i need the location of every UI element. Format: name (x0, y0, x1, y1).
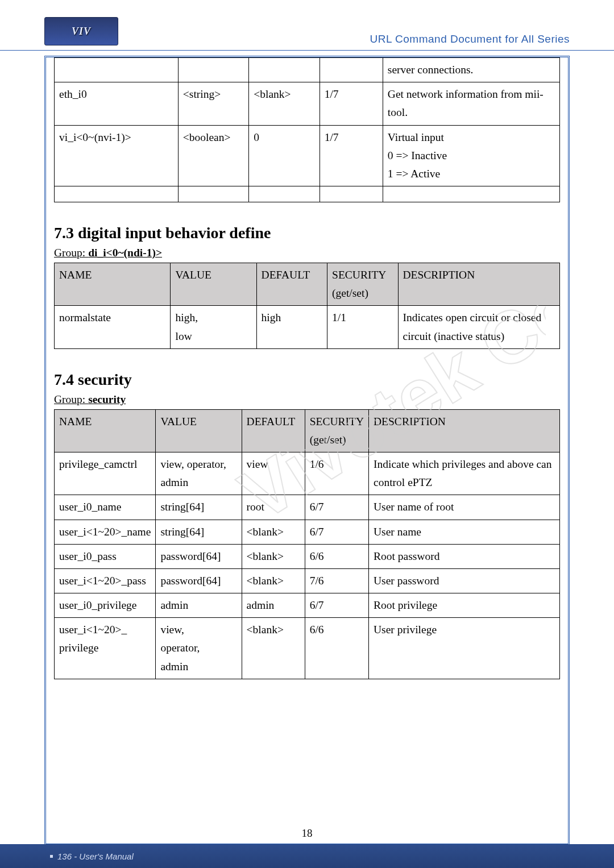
table-row: privilege_camctrlview, operator,adminvie… (55, 452, 560, 495)
table-row: user_i0_passpassword[64]<blank>6/6Root p… (55, 544, 560, 568)
table-row: user_i<1~20>_privilegeview,operator,admi… (55, 618, 560, 679)
table-row: user_i0_privilegeadminadmin6/7Root privi… (55, 593, 560, 618)
table-row (55, 186, 560, 202)
section-heading-7-3: 7.3 digital input behavior define (54, 224, 560, 242)
footer-bar: 136 - User's Manual (0, 844, 614, 868)
table-row: normalstatehigh,lowhigh1/1Indicates open… (55, 306, 560, 348)
table-header-row: NAMEVALUEDEFAULTSECURITY(get/set)DESCRIP… (55, 263, 560, 306)
table-row: user_i<1~20>_namestring[64]<blank>6/7Use… (55, 520, 560, 544)
logo-text: VIV (72, 26, 91, 38)
footer-left: 136 - User's Manual (57, 852, 134, 861)
table-digital-input: NAMEVALUEDEFAULTSECURITY(get/set)DESCRIP… (54, 263, 560, 349)
group-line: Group: di_i<0~(ndi-1)> (54, 247, 560, 259)
table-row: server connections. (55, 58, 560, 82)
table-row: user_i<1~20>_passpassword[64]<blank>7/6U… (55, 568, 560, 593)
logo: VIV (44, 17, 118, 45)
doc-title: URL Command Document for All Series (370, 33, 570, 45)
inner-page-number: 18 (302, 827, 313, 840)
group-line: Group: security (54, 393, 560, 406)
table-security: NAMEVALUEDEFAULTSECURITY(get/set)DESCRIP… (54, 409, 560, 679)
table-row: vi_i<0~(nvi-1)><boolean>01/7Virtual inpu… (55, 125, 560, 186)
table-row: eth_i0<string><blank>1/7Get network info… (55, 82, 560, 125)
section-heading-7-4: 7.4 security (54, 371, 560, 389)
table-header-row: NAMEVALUEDEFAULTSECURITY(get/set)DESCRIP… (55, 409, 560, 452)
page-header: VIV URL Command Document for All Series (0, 0, 614, 51)
table-continuation: server connections. eth_i0<string><blank… (54, 57, 560, 202)
content: server connections. eth_i0<string><blank… (0, 51, 614, 679)
table-row: user_i0_namestring[64]root6/7User name o… (55, 495, 560, 520)
